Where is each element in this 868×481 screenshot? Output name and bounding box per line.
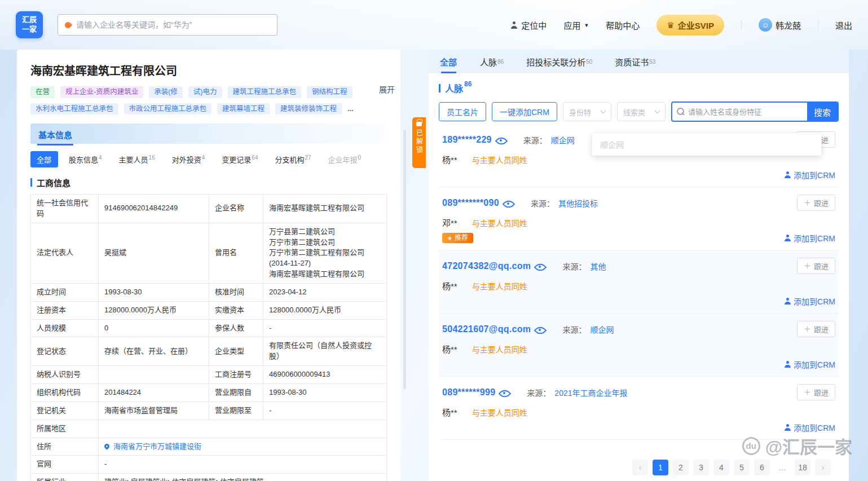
row-value-text: 建筑业>房屋建筑业>住宅房屋建筑>住宅房屋建筑	[104, 477, 264, 481]
people-search-input[interactable]	[688, 108, 804, 116]
company-sub-tab[interactable]: 股东信息4	[63, 151, 108, 167]
eye-icon[interactable]	[535, 325, 545, 334]
user-avatar: ☺	[759, 18, 772, 32]
source-label: 来源：	[562, 324, 586, 335]
search-button[interactable]: 搜索	[807, 103, 838, 121]
company-tags: 在营 规上企业-资质内建筑业 承装(修 试)电力 建筑工程施工总承包 钢结构工程…	[30, 86, 387, 114]
source-link[interactable]: 其他	[590, 261, 606, 272]
contact-person: 杨**	[442, 153, 457, 165]
company-tag: 建筑工程施工总承包	[228, 86, 302, 98]
pagination: ‹ 1 2 3 4 5 6 … 18 ›	[632, 460, 831, 475]
svip-label: 企业SVIP	[678, 19, 714, 31]
user-menu[interactable]: ☺ 韩龙兢	[759, 18, 801, 32]
sub-tab-count: 64	[252, 155, 258, 161]
page-button[interactable]: 4	[713, 460, 729, 475]
company-tag: 试)电力	[188, 86, 222, 98]
svip-button[interactable]: ♛ 企业SVIP	[656, 15, 724, 36]
source-link[interactable]: 2021年工商企业年报	[554, 387, 627, 398]
logout-button[interactable]: 退出	[835, 19, 852, 31]
apps-menu[interactable]: 应用 ▼	[563, 19, 589, 31]
app-logo[interactable]: 汇辰 一家	[16, 11, 43, 38]
eye-icon[interactable]	[499, 388, 509, 397]
page-button[interactable]: ‹	[632, 460, 648, 475]
page-button[interactable]: 2	[673, 460, 689, 475]
help-center-label: 帮助中心	[606, 19, 640, 31]
page-button[interactable]: …	[774, 460, 790, 475]
add-crm-button[interactable]: 一键添加CRM	[492, 102, 557, 121]
add-to-crm-link[interactable]: 添加到CRM	[784, 295, 835, 307]
company-sub-tab[interactable]: 主要人员16	[113, 151, 161, 167]
contact-person-row: 杨** 与主要人员同姓	[442, 343, 835, 355]
company-sub-tab[interactable]: 全部	[30, 151, 58, 167]
page-button[interactable]: 3	[693, 460, 709, 475]
add-to-crm-link[interactable]: 添加到CRM	[784, 169, 835, 180]
company-sub-tab[interactable]: 企业年报0	[322, 151, 368, 167]
page-button[interactable]: 6	[754, 460, 770, 475]
identity-select[interactable]: 身份特	[563, 102, 611, 121]
divider	[741, 20, 742, 30]
logout-label: 退出	[835, 19, 852, 31]
follow-button[interactable]: ＋ 跟进	[797, 195, 835, 211]
company-sub-tab[interactable]: 分支机构27	[268, 151, 317, 167]
follow-button[interactable]: ＋ 跟进	[797, 321, 835, 337]
eye-icon[interactable]	[503, 198, 513, 208]
company-tag: 建筑装修装饰工程	[275, 103, 342, 115]
source-link[interactable]: 顺企网	[590, 324, 614, 335]
username: 韩龙兢	[776, 19, 801, 31]
lock-icon	[416, 122, 422, 126]
expand-link[interactable]: 展开	[379, 83, 395, 95]
contact-value: 089*******090	[442, 198, 499, 208]
company-tag: 在营	[30, 86, 55, 98]
right-tab[interactable]: 人脉86	[480, 50, 504, 73]
page-button[interactable]: 1	[653, 460, 668, 475]
employee-card-button[interactable]: 员工名片	[439, 102, 486, 121]
topbar-right: 定位中 应用 ▼ 帮助中心 ♛ 企业SVIP ☺ 韩龙兢 退出	[510, 15, 852, 36]
row-value-text[interactable]: 海南省万宁市万城镇建设街	[113, 442, 201, 452]
page-button[interactable]: 5	[734, 460, 750, 475]
unlocked-tab[interactable]: 已解锁	[412, 117, 426, 168]
row-label: 成立时间	[30, 283, 98, 301]
same-surname-note: 与主要人员同姓	[472, 217, 527, 228]
contact-person: 杨**	[442, 343, 457, 355]
page-button[interactable]: ›	[815, 460, 831, 475]
business-info-title: 工商信息	[30, 176, 387, 188]
add-to-crm-link[interactable]: 添加到CRM	[784, 359, 835, 370]
right-tab[interactable]: 资质证书53	[615, 50, 655, 73]
contact-footer: 添加到CRM	[442, 295, 835, 307]
page-button[interactable]: 18	[795, 460, 810, 475]
company-sub-tab[interactable]: 变更记录64	[215, 151, 264, 167]
locating-status[interactable]: 定位中	[510, 19, 547, 31]
table-row: 纳税人识别号 工商注册号 469006000009413	[30, 365, 386, 383]
contact-value: 089******999	[442, 387, 495, 398]
contact-main-row: 472074382@qq.com 来源： 其他 ＋ 跟进	[442, 258, 835, 274]
row-label: 所属地区	[30, 420, 98, 438]
add-to-crm-label: 添加到CRM	[794, 232, 835, 244]
clue-select[interactable]: 线索类	[617, 102, 666, 121]
row-value: -	[263, 319, 386, 337]
sub-tab-count: 16	[149, 155, 155, 161]
follow-button[interactable]: ＋ 跟进	[797, 384, 835, 400]
row-value	[98, 365, 209, 383]
right-tab[interactable]: 招投标关联分析50	[526, 50, 592, 73]
help-center-link[interactable]: 帮助中心	[606, 19, 640, 31]
eye-icon[interactable]	[535, 262, 545, 271]
sub-tab-count: 4	[99, 155, 102, 161]
source-link[interactable]: 顺企网	[551, 134, 575, 145]
add-to-crm-link[interactable]: 添加到CRM	[784, 422, 835, 433]
contact-person-row: 杨** 与主要人员同姓	[442, 406, 835, 418]
suggestion-item[interactable]: 顺企网	[600, 139, 624, 150]
row-label: 参保人数	[209, 319, 263, 337]
add-to-crm-link[interactable]: 添加到CRM	[784, 232, 835, 244]
search-suggestion[interactable]: 顺企网	[592, 133, 821, 156]
follow-button[interactable]: ＋ 跟进	[797, 258, 835, 274]
left-panel-scrollbar[interactable]	[403, 130, 406, 389]
contact-person: 杨**	[442, 406, 457, 418]
relations-body: 人脉 86 员工名片 一键添加CRM 身份特 线索类 搜索 顺企网	[429, 81, 849, 440]
right-tab[interactable]: 全部	[440, 50, 457, 73]
row-label: 营业期限自	[209, 383, 263, 401]
eye-icon[interactable]	[496, 135, 506, 144]
company-search-input[interactable]	[76, 20, 270, 29]
contact-card: 089*******090 来源： 其他招投标 ＋ 跟进 邓** 与主要人员同姓	[439, 187, 839, 250]
company-sub-tab[interactable]: 对外投资4	[166, 151, 212, 167]
source-link[interactable]: 其他招投标	[558, 197, 598, 209]
